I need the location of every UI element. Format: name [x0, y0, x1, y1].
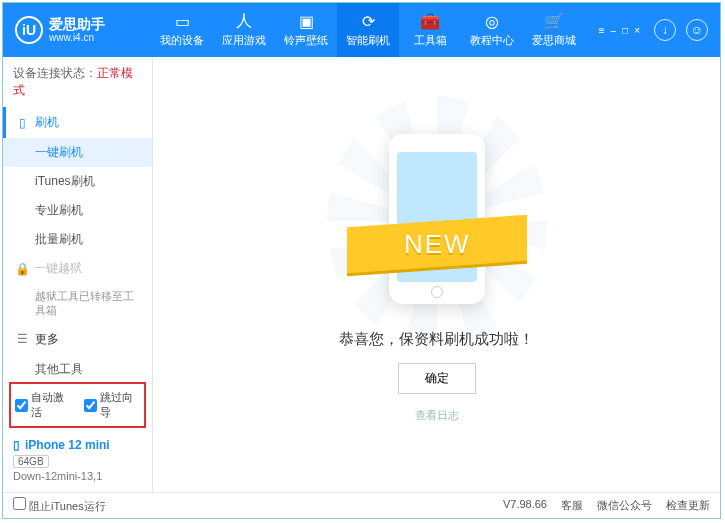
tab-ringtone-wallpaper[interactable]: ▣铃声壁纸 [275, 3, 337, 57]
wechat-link[interactable]: 微信公众号 [597, 498, 652, 513]
sidebar-group-jailbreak: 🔒一键越狱 [3, 254, 152, 283]
list-icon: ☰ [15, 332, 29, 346]
sidebar-item-batch-flash[interactable]: 批量刷机 [3, 225, 152, 254]
image-icon: ▣ [297, 12, 315, 30]
checkbox-row: 自动激活 跳过向导 [9, 382, 146, 428]
window-controls: ≡ – □ × ↓ ☺ [599, 19, 712, 41]
logo-icon: iU [15, 16, 43, 44]
sidebar-item-jailbreak-note: 越狱工具已转移至工具箱 [3, 283, 152, 324]
sidebar-item-other-tools[interactable]: 其他工具 [3, 355, 152, 378]
connection-status: 设备连接状态：正常模式 [3, 57, 152, 107]
status-bar: 阻止iTunes运行 V7.98.66 客服 微信公众号 检查更新 [3, 492, 720, 518]
sidebar-group-flash[interactable]: ▯刷机 [3, 107, 152, 138]
body: 设备连接状态：正常模式 ▯刷机 一键刷机 iTunes刷机 专业刷机 批量刷机 … [3, 57, 720, 492]
tab-smart-flash[interactable]: ⟳智能刷机 [337, 3, 399, 57]
sidebar-tree: ▯刷机 一键刷机 iTunes刷机 专业刷机 批量刷机 🔒一键越狱 越狱工具已转… [3, 107, 152, 378]
user-icon[interactable]: ☺ [686, 19, 708, 41]
skip-guide-checkbox[interactable]: 跳过向导 [84, 390, 141, 420]
sidebar-item-oneclick-flash[interactable]: 一键刷机 [3, 138, 152, 167]
sidebar: 设备连接状态：正常模式 ▯刷机 一键刷机 iTunes刷机 专业刷机 批量刷机 … [3, 57, 153, 492]
brand-name: 爱思助手 [49, 17, 105, 32]
main-content: NEW 恭喜您，保资料刷机成功啦！ 确定 查看日志 [153, 57, 720, 492]
refresh-icon: ⟳ [359, 12, 377, 30]
tab-my-device[interactable]: ▭我的设备 [151, 3, 213, 57]
apps-icon: 人 [235, 12, 253, 30]
nav-tabs: ▭我的设备 人应用游戏 ▣铃声壁纸 ⟳智能刷机 🧰工具箱 ◎教程中心 🛒爱思商城 [151, 3, 599, 57]
success-illustration: NEW [357, 126, 517, 316]
book-icon: ◎ [483, 12, 501, 30]
tab-toolbox[interactable]: 🧰工具箱 [399, 3, 461, 57]
sidebar-group-more[interactable]: ☰更多 [3, 324, 152, 355]
maximize-icon[interactable]: □ [622, 25, 628, 36]
sidebar-item-itunes-flash[interactable]: iTunes刷机 [3, 167, 152, 196]
view-log-link[interactable]: 查看日志 [415, 408, 459, 423]
brand-url: www.i4.cn [49, 32, 105, 43]
tab-store[interactable]: 🛒爱思商城 [523, 3, 585, 57]
customer-service-link[interactable]: 客服 [561, 498, 583, 513]
version-label: V7.98.66 [503, 498, 547, 513]
device-capacity: 64GB [13, 455, 49, 468]
tab-tutorials[interactable]: ◎教程中心 [461, 3, 523, 57]
minimize-icon[interactable]: – [611, 25, 617, 36]
device-info: ▯iPhone 12 mini 64GB Down-12mini-13,1 [3, 432, 152, 492]
phone-icon: ▯ [15, 116, 29, 130]
device-model: Down-12mini-13,1 [13, 470, 142, 482]
download-icon[interactable]: ↓ [654, 19, 676, 41]
brand: iU 爱思助手 www.i4.cn [11, 16, 151, 44]
lock-icon: 🔒 [15, 262, 30, 276]
titlebar: iU 爱思助手 www.i4.cn ▭我的设备 人应用游戏 ▣铃声壁纸 ⟳智能刷… [3, 3, 720, 57]
toolbox-icon: 🧰 [421, 12, 439, 30]
app-window: iU 爱思助手 www.i4.cn ▭我的设备 人应用游戏 ▣铃声壁纸 ⟳智能刷… [2, 2, 721, 519]
menu-icon[interactable]: ≡ [599, 25, 605, 36]
close-icon[interactable]: × [634, 25, 640, 36]
tab-apps-games[interactable]: 人应用游戏 [213, 3, 275, 57]
phone-icon: ▭ [173, 12, 191, 30]
sidebar-item-pro-flash[interactable]: 专业刷机 [3, 196, 152, 225]
cart-icon: 🛒 [545, 12, 563, 30]
success-message: 恭喜您，保资料刷机成功啦！ [339, 330, 534, 349]
phone-icon: ▯ [13, 438, 20, 452]
ok-button[interactable]: 确定 [398, 363, 476, 394]
block-itunes-checkbox[interactable]: 阻止iTunes运行 [13, 497, 106, 514]
device-name[interactable]: ▯iPhone 12 mini [13, 438, 142, 452]
auto-activate-checkbox[interactable]: 自动激活 [15, 390, 72, 420]
check-update-link[interactable]: 检查更新 [666, 498, 710, 513]
new-ribbon: NEW [347, 215, 527, 274]
